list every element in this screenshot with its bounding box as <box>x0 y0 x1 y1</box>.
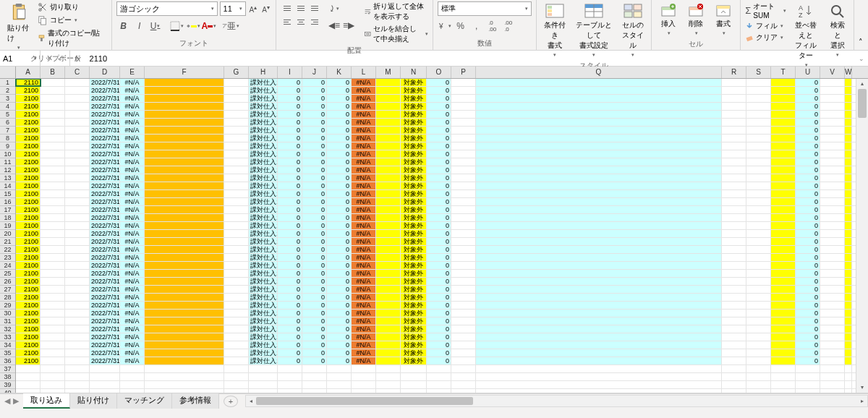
cell[interactable] <box>401 365 427 372</box>
cell[interactable] <box>65 373 90 380</box>
cell[interactable] <box>145 270 224 277</box>
cell[interactable]: 0 <box>327 135 352 142</box>
cell[interactable]: 0 <box>427 317 451 325</box>
cell[interactable]: 対象外 <box>401 294 427 301</box>
cell[interactable] <box>65 262 90 269</box>
cell[interactable]: #N/A <box>120 127 145 134</box>
cell[interactable] <box>820 214 845 221</box>
cell[interactable] <box>476 270 722 277</box>
cell[interactable] <box>476 254 722 261</box>
cell[interactable] <box>90 373 120 380</box>
cell[interactable] <box>352 389 376 393</box>
cell[interactable]: 0 <box>327 317 352 325</box>
decrease-decimal-button[interactable]: .00.0 <box>501 19 516 33</box>
cell[interactable] <box>16 381 41 388</box>
cell[interactable]: 0 <box>302 87 327 94</box>
cell[interactable]: #N/A <box>352 310 376 317</box>
cell[interactable]: 対象外 <box>401 174 427 182</box>
cell[interactable] <box>376 87 401 94</box>
cell[interactable] <box>224 222 249 229</box>
cell[interactable] <box>451 381 476 388</box>
cell[interactable] <box>41 262 65 269</box>
cell[interactable] <box>771 142 796 150</box>
cell[interactable]: 対象外 <box>401 278 427 285</box>
cell[interactable] <box>845 222 852 229</box>
cell[interactable] <box>224 158 249 166</box>
cell[interactable] <box>820 365 845 372</box>
cell[interactable]: 0 <box>302 262 327 269</box>
cell[interactable] <box>65 254 90 261</box>
cell[interactable] <box>845 357 852 364</box>
cell[interactable]: 対象外 <box>401 182 427 189</box>
cell[interactable] <box>224 333 249 341</box>
cell[interactable]: 0 <box>327 95 352 102</box>
cell[interactable] <box>451 198 476 205</box>
column-header[interactable]: E <box>120 67 145 78</box>
cell[interactable]: 0 <box>327 286 352 293</box>
font-size-select[interactable]: 11▾ <box>220 1 246 16</box>
cell[interactable] <box>41 111 65 118</box>
cell[interactable] <box>65 294 90 301</box>
cell[interactable] <box>302 373 327 380</box>
cell[interactable] <box>451 341 476 349</box>
fill-button[interactable]: フィル▾ <box>745 21 786 31</box>
cell[interactable]: 0 <box>278 198 302 205</box>
cell[interactable] <box>65 246 90 253</box>
cell[interactable] <box>427 381 451 388</box>
cell[interactable] <box>224 357 249 364</box>
cell[interactable]: 2022/7/31 <box>90 206 120 213</box>
cell[interactable] <box>65 357 90 364</box>
cell[interactable] <box>451 349 476 357</box>
cell[interactable] <box>451 286 476 293</box>
cell[interactable]: 0 <box>427 270 451 277</box>
cell[interactable]: 0 <box>427 310 451 317</box>
cell[interactable] <box>65 206 90 213</box>
cell[interactable]: #N/A <box>352 238 376 245</box>
row-header[interactable]: 3 <box>0 95 15 103</box>
cell[interactable]: 0 <box>796 317 820 325</box>
cell[interactable]: 2022/7/31 <box>90 87 120 94</box>
cell[interactable] <box>796 373 820 380</box>
cell[interactable]: 2022/7/31 <box>90 317 120 325</box>
cell[interactable] <box>145 111 224 118</box>
cell[interactable]: 0 <box>796 198 820 205</box>
cell[interactable] <box>451 190 476 197</box>
cell[interactable] <box>722 198 746 205</box>
cell[interactable] <box>16 389 41 393</box>
align-center-button[interactable] <box>294 15 307 28</box>
cell[interactable]: 2100 <box>16 127 41 134</box>
cell[interactable] <box>145 317 224 325</box>
cell[interactable]: 課対仕入10 <box>249 230 278 237</box>
cell[interactable] <box>771 294 796 301</box>
cell[interactable]: 0 <box>302 127 327 134</box>
cell[interactable] <box>145 198 224 205</box>
cell[interactable] <box>722 79 746 86</box>
cell[interactable]: #N/A <box>120 341 145 349</box>
cell[interactable] <box>722 103 746 110</box>
cell[interactable]: 0 <box>278 150 302 158</box>
add-sheet-button[interactable]: + <box>224 396 238 407</box>
cell[interactable]: 0 <box>302 254 327 261</box>
cell[interactable]: 2100 <box>16 190 41 197</box>
row-header[interactable]: 13 <box>0 174 15 182</box>
cell[interactable]: 0 <box>796 246 820 253</box>
cell[interactable] <box>771 341 796 349</box>
cell[interactable] <box>376 270 401 277</box>
increase-decimal-button[interactable]: .0.00 <box>485 19 500 33</box>
cell[interactable] <box>376 286 401 293</box>
cell[interactable] <box>845 341 852 349</box>
cell[interactable]: #N/A <box>120 286 145 293</box>
cell[interactable]: 0 <box>427 158 451 166</box>
cell[interactable] <box>722 142 746 150</box>
cell[interactable] <box>771 214 796 221</box>
cell[interactable] <box>820 310 845 317</box>
cell[interactable] <box>65 87 90 94</box>
cell[interactable] <box>145 246 224 253</box>
cell[interactable]: 0 <box>327 349 352 357</box>
cell[interactable]: 対象外 <box>401 135 427 142</box>
cell[interactable]: 0 <box>427 286 451 293</box>
cell[interactable]: 0 <box>796 190 820 197</box>
cell[interactable] <box>845 95 852 102</box>
cell[interactable]: 0 <box>278 317 302 325</box>
cell[interactable]: 0 <box>327 254 352 261</box>
